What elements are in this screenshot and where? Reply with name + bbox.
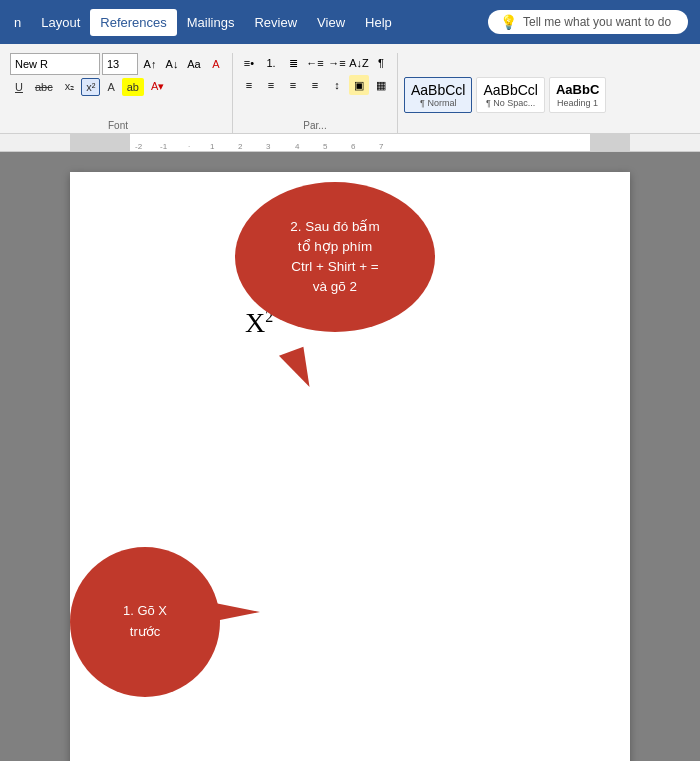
align-left-btn[interactable]: ≡: [239, 75, 259, 95]
borders-btn[interactable]: ▦: [371, 75, 391, 95]
menu-item-n[interactable]: n: [4, 9, 31, 36]
highlight-btn[interactable]: ab: [122, 78, 144, 96]
strikethrough-btn[interactable]: abc: [30, 78, 58, 96]
superscript-btn[interactable]: x²: [81, 78, 100, 96]
menu-item-layout[interactable]: Layout: [31, 9, 90, 36]
change-case-btn[interactable]: Aa: [184, 54, 204, 74]
bullets-btn[interactable]: ≡•: [239, 53, 259, 73]
align-right-btn[interactable]: ≡: [283, 75, 303, 95]
menu-item-help[interactable]: Help: [355, 9, 402, 36]
tell-me-text: Tell me what you want to do: [523, 15, 671, 29]
shading-btn[interactable]: ▣: [349, 75, 369, 95]
ribbon-group-styles: AaBbCcl ¶ Normal AaBbCcl ¶ No Spac... Aa…: [398, 53, 612, 133]
font-row-1: A↑ A↓ Aa A: [10, 53, 226, 75]
style-normal-btn[interactable]: AaBbCcl ¶ Normal: [404, 77, 472, 114]
bubble-top-tail: [279, 347, 317, 393]
numbering-btn[interactable]: 1.: [261, 53, 281, 73]
font-group-label: Font: [10, 120, 226, 133]
font-color-btn[interactable]: A: [206, 54, 226, 74]
font-size-decrease-btn[interactable]: A↓: [162, 54, 182, 74]
menu-item-review[interactable]: Review: [244, 9, 307, 36]
lightbulb-icon: 💡: [500, 14, 517, 30]
bubble-top-text: 2. Sau đó bấmtổ hợp phímCtrl + Shirt + =…: [290, 217, 379, 298]
font-name-input[interactable]: [10, 53, 100, 75]
sort-btn[interactable]: A↓Z: [349, 53, 369, 73]
bubble-top: 2. Sau đó bấmtổ hợp phímCtrl + Shirt + =…: [235, 182, 435, 362]
increase-indent-btn[interactable]: →≡: [327, 53, 347, 73]
bubble-top-body: 2. Sau đó bấmtổ hợp phímCtrl + Shirt + =…: [235, 182, 435, 332]
style-nospace-btn[interactable]: AaBbCcl ¶ No Spac...: [476, 77, 544, 114]
ruler-inner: -2 -1 · 1 2 3 4 5 6 7: [130, 134, 590, 151]
menu-item-view[interactable]: View: [307, 9, 355, 36]
font-size-input[interactable]: [102, 53, 138, 75]
menubar: n Layout References Mailings Review View…: [0, 0, 700, 44]
bubble-bottom-body: 1. Gõ Xtrước: [70, 547, 220, 697]
bubble-bottom-text: 1. Gõ Xtrước: [123, 601, 167, 643]
bubble-bottom-tail: [210, 602, 260, 622]
document-page: X2 2. Sau đó bấmtổ hợp phímCtrl + Shirt …: [70, 172, 630, 761]
style-heading1-preview: AaBbC: [556, 82, 599, 98]
multilevel-btn[interactable]: ≣: [283, 53, 303, 73]
align-center-btn[interactable]: ≡: [261, 75, 281, 95]
style-heading1-btn[interactable]: AaBbC Heading 1: [549, 77, 606, 113]
justify-btn[interactable]: ≡: [305, 75, 325, 95]
ruler: -2 -1 · 1 2 3 4 5 6 7: [0, 134, 700, 152]
decrease-indent-btn[interactable]: ←≡: [305, 53, 325, 73]
ribbon-group-font: A↑ A↓ Aa A U abc x₂ x² A ab A▾ Font: [4, 53, 233, 133]
document-area: X2 2. Sau đó bấmtổ hợp phímCtrl + Shirt …: [0, 152, 700, 761]
subscript-btn[interactable]: x₂: [60, 77, 80, 96]
para-row-2: ≡ ≡ ≡ ≡ ↕ ▣ ▦: [239, 75, 391, 95]
font-size-increase-btn[interactable]: A↑: [140, 54, 160, 74]
style-normal-preview: AaBbCcl: [411, 82, 465, 99]
show-hide-btn[interactable]: ¶: [371, 53, 391, 73]
style-nospace-label: ¶ No Spac...: [486, 98, 535, 108]
font-color-dropdown-btn[interactable]: A▾: [146, 77, 169, 96]
menu-item-references[interactable]: References: [90, 9, 176, 36]
line-spacing-btn[interactable]: ↕: [327, 75, 347, 95]
font-row-2: U abc x₂ x² A ab A▾: [10, 77, 169, 96]
bubble-bottom: 1. Gõ Xtrước: [70, 547, 220, 697]
style-heading1-label: Heading 1: [557, 98, 598, 108]
text-effects-btn[interactable]: A: [102, 78, 119, 96]
menu-item-mailings[interactable]: Mailings: [177, 9, 245, 36]
paragraph-group-label: Par...: [239, 120, 391, 133]
ribbon: A↑ A↓ Aa A U abc x₂ x² A ab A▾ Font ≡• 1…: [0, 44, 700, 134]
ribbon-group-paragraph: ≡• 1. ≣ ←≡ →≡ A↓Z ¶ ≡ ≡ ≡ ≡ ↕ ▣ ▦ Par...: [233, 53, 398, 133]
tell-me-box[interactable]: 💡 Tell me what you want to do: [488, 10, 688, 34]
underline-btn[interactable]: U: [10, 78, 28, 96]
style-nospace-preview: AaBbCcl: [483, 82, 537, 99]
para-row-1: ≡• 1. ≣ ←≡ →≡ A↓Z ¶: [239, 53, 391, 73]
style-normal-label: ¶ Normal: [420, 98, 456, 108]
